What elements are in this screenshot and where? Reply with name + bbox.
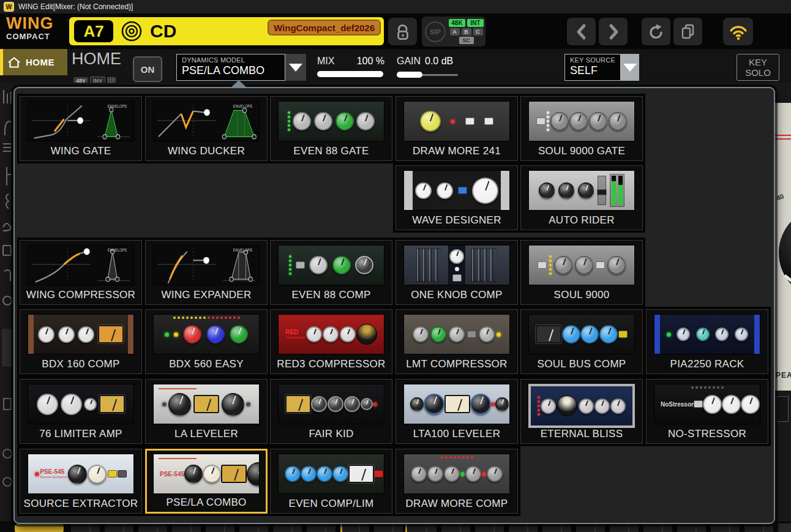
undo-button[interactable]	[642, 18, 670, 45]
knob-icon	[37, 394, 58, 415]
channel-id: A7	[74, 20, 113, 42]
model-cell-wave-designer[interactable]: WAVE DESIGNER	[396, 165, 518, 230]
led-column-icon	[547, 111, 549, 131]
sidebar-item-home[interactable]: HOME	[0, 49, 67, 75]
model-cell-no-stressor[interactable]: NoStressorNO-STRESSOR	[646, 379, 768, 444]
knob-icon	[61, 394, 82, 415]
vu-meter-icon	[193, 395, 219, 413]
model-cell-one-knob-comp[interactable]: ONE KNOB COMP	[396, 240, 518, 305]
popup-pointer	[230, 80, 247, 88]
copy-button[interactable]	[673, 18, 702, 45]
model-cell-soul-bus-comp[interactable]: SOUL BUS COMP	[520, 309, 643, 374]
model-cell-fair-kid[interactable]: FAIR KID	[270, 379, 392, 444]
slot-a-chip[interactable]: A	[450, 28, 460, 36]
rack-rails-icon	[416, 249, 442, 281]
knob-icon	[449, 249, 464, 264]
knob-icon	[247, 462, 259, 486]
led-column-icon	[289, 255, 291, 275]
model-label: LTA100 LEVELER	[413, 428, 500, 440]
knob-icon	[579, 399, 594, 414]
panel-button-icon	[467, 331, 476, 338]
knob-icon	[594, 399, 610, 414]
gain-label: GAIN	[397, 56, 421, 67]
svg-text:ENVELOPE: ENVELOPE	[233, 248, 253, 252]
model-label: SOUL 9000	[554, 289, 610, 301]
knob-icon	[424, 394, 444, 414]
preset-name-badge[interactable]: WingCompact_def2026	[268, 20, 381, 36]
model-cell-pia2250-rack[interactable]: PIA2250 RACK	[646, 309, 768, 374]
model-label: FAIR KID	[309, 428, 353, 440]
model-cell-wing-compressor[interactable]: ENVELOPEWING COMPRESSOR	[20, 240, 142, 305]
model-cell-lmt-compressor[interactable]: LMT COMPRESSOR	[396, 309, 518, 374]
knob-icon	[722, 395, 741, 414]
knob-icon	[609, 112, 627, 130]
channel-scribble-strip[interactable]: A7 CD WingCompact_def2026	[69, 17, 384, 45]
model-cell-76-limiter-amp[interactable]: 76 LIMITER AMP	[20, 379, 142, 444]
logo-wing: WING	[6, 15, 54, 32]
knob-icon	[444, 466, 460, 482]
dynamics-on-button[interactable]: ON	[133, 56, 162, 82]
model-cell-even-88-comp[interactable]: EVEN 88 COMP	[270, 240, 392, 305]
gain-slider-handle[interactable]	[397, 72, 422, 78]
panel-text: NoStressor	[661, 401, 694, 408]
chevron-down-icon	[623, 64, 637, 72]
model-cell-red3-compressor[interactable]: REDCompressorRED3 COMPRESSOR	[270, 309, 392, 374]
knob-icon	[541, 399, 556, 414]
model-cell-bdx-560-easy[interactable]: BDX 560 EASY	[145, 309, 268, 374]
knob-icon	[562, 325, 580, 343]
led-icon	[373, 402, 377, 406]
model-cell-bdx-160-comp[interactable]: BDX 160 COMP	[20, 309, 142, 374]
clock-source-chip[interactable]: INT	[467, 19, 484, 27]
led-icon	[460, 472, 465, 476]
wifi-icon	[728, 23, 749, 41]
sc-chip[interactable]: SC	[459, 37, 474, 44]
76-limiter-amp-thumbnail	[28, 384, 134, 424]
model-cell-wing-gate[interactable]: ENVELOPEWING GATE	[20, 96, 142, 161]
led-icon	[667, 332, 671, 337]
vu-meter-icon	[348, 465, 374, 483]
next-button[interactable]	[599, 18, 628, 45]
knob-icon	[554, 256, 572, 274]
slot-b-chip[interactable]: B	[462, 28, 471, 36]
model-cell-source-extractor[interactable]: PSE-545Source ExtractorSOURCE EXTRACTOR	[20, 449, 142, 514]
dynamics-dropdown-arrow[interactable]	[285, 54, 306, 81]
undo-icon	[647, 23, 665, 41]
model-cell-la-leveler[interactable]: LA LEVELER	[145, 379, 268, 444]
lock-button[interactable]	[388, 18, 417, 45]
slot-c-chip[interactable]: C	[473, 28, 483, 36]
key-source-dropdown-arrow[interactable]	[621, 54, 639, 81]
model-cell-even-88-gate[interactable]: EVEN 88 GATE	[270, 96, 392, 161]
wifi-button[interactable]	[723, 18, 753, 45]
knob-icon	[328, 396, 343, 412]
key-solo-button[interactable]: KEY SOLO	[737, 54, 779, 81]
model-cell-draw-more-241[interactable]: DRAW MORE 241	[396, 96, 518, 161]
gain-slider[interactable]	[397, 72, 458, 78]
selected-channel-tab[interactable]	[15, 524, 64, 532]
model-label: AUTO RIDER	[549, 214, 615, 227]
model-cell-draw-more-comp[interactable]: DRAW MORE COMP	[396, 449, 518, 514]
dynamics-model-dropdown[interactable]: DYNAMICS MODEL PSE/LA COMBO	[176, 54, 306, 81]
round-meter-icon	[356, 324, 377, 345]
samplerate-chip[interactable]: 48K	[449, 19, 465, 27]
model-cell-lta100-leveler[interactable]: LTA100 LEVELER	[396, 379, 518, 444]
model-cell-pse-la-combo[interactable]: PSE-545PSE/LA COMBO	[145, 449, 268, 514]
knob-icon	[470, 394, 491, 414]
model-cell-auto-rider[interactable]: AUTO RIDER	[520, 165, 643, 230]
model-cell-soul-9000-gate[interactable]: SOUL 9000 GATE	[520, 96, 643, 161]
model-cell-even-comp-lim[interactable]: EVEN COMP/LIM	[270, 449, 392, 514]
model-label: WING EXPANDER	[161, 289, 251, 301]
sip-indicator[interactable]: SIP	[425, 21, 446, 42]
model-cell-eternal-bliss[interactable]: ETERNAL BLISS	[520, 379, 643, 444]
model-cell-wing-expander[interactable]: ENVELOPEWING EXPANDER	[145, 240, 268, 305]
soul-9000-gate-thumbnail	[528, 101, 635, 141]
model-cell-wing-ducker[interactable]: ENVELOPEWING DUCKER	[145, 96, 268, 161]
mix-slider[interactable]	[317, 71, 383, 77]
window-title: WING Edit[Mixer: (Not Connected)]	[18, 2, 133, 11]
model-cell-soul-9000[interactable]: SOUL 9000	[520, 240, 643, 305]
knob-icon	[309, 256, 328, 274]
key-source-dropdown[interactable]: KEY SOURCE SELF	[564, 54, 639, 81]
vu-meter-icon	[221, 465, 247, 483]
panel-button-icon	[108, 470, 117, 478]
prev-button[interactable]	[567, 18, 596, 45]
vu-meter-icon	[285, 395, 311, 413]
